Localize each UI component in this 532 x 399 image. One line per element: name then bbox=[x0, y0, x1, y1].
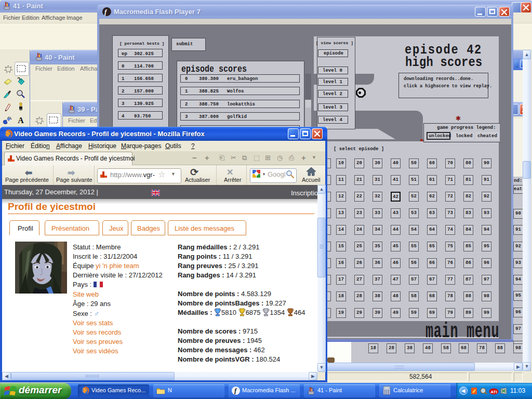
svg-text:A: A bbox=[18, 116, 24, 124]
svg-text:ATI: ATI bbox=[490, 390, 497, 394]
